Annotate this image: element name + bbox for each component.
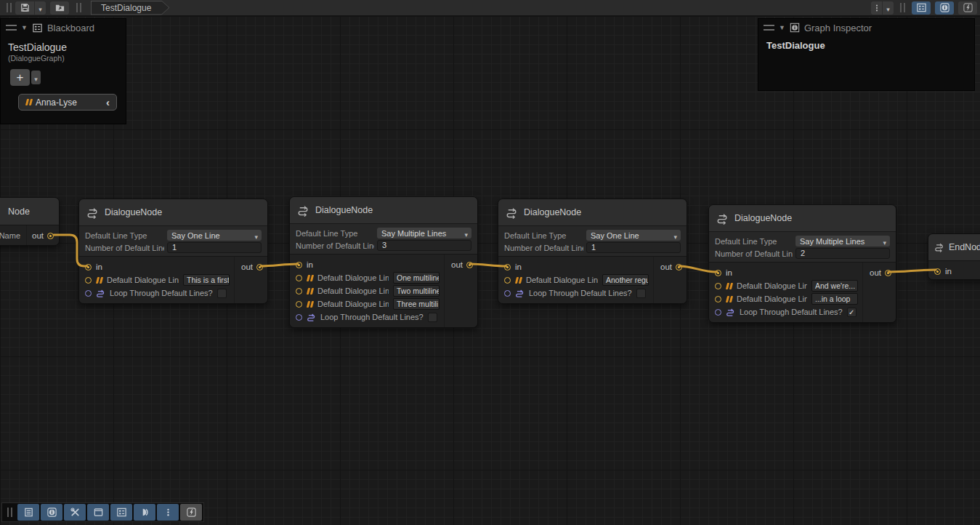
quote-icon <box>515 277 519 284</box>
more-options-button[interactable] <box>157 504 179 521</box>
graph-canvas[interactable]: ▼ Blackboard TestDialogue (DialogueGraph… <box>0 16 980 525</box>
quote-icon <box>25 99 29 105</box>
dialogue-line-field[interactable]: Another regu <box>602 274 649 286</box>
add-property-options-button[interactable] <box>31 71 41 84</box>
minimap-icon <box>139 507 150 518</box>
toolbar-grip-icon[interactable] <box>7 508 12 517</box>
drag-handle-icon[interactable] <box>764 25 774 31</box>
end-node[interactable]: EndNode in <box>928 233 980 280</box>
console-button[interactable] <box>17 504 39 521</box>
minimap-button[interactable] <box>134 504 155 521</box>
inspector-button[interactable] <box>41 504 62 521</box>
dialogue-line-port[interactable] <box>504 277 511 284</box>
property-collapse-chevron-icon[interactable]: ‹ <box>106 97 110 108</box>
dialogue-line-port[interactable] <box>85 277 92 284</box>
loop-icon <box>96 289 105 298</box>
line-type-dropdown[interactable]: Say Multiple Lines <box>795 236 890 247</box>
dialogue-line-port[interactable] <box>715 283 721 289</box>
open-asset-button[interactable] <box>50 1 69 15</box>
node-title-bar[interactable]: Node <box>0 198 59 225</box>
out-port[interactable] <box>256 264 263 270</box>
graph-inspector-panel[interactable]: ▼ Graph Inspector TestDialogue <box>758 18 975 91</box>
loop-port[interactable] <box>85 290 92 297</box>
dialogue-line-field[interactable]: One multiline <box>393 272 440 284</box>
quote-icon <box>307 275 310 281</box>
dialogue-line-field[interactable]: Three multili <box>393 298 440 310</box>
dialogue-node-1[interactable]: DialogueNode Default Line Type Say One L… <box>78 199 268 304</box>
preview-button[interactable] <box>180 504 202 521</box>
node-title: Node <box>8 207 30 217</box>
start-node[interactable]: Node kerName out <box>0 197 60 246</box>
in-port[interactable] <box>504 264 511 270</box>
collapse-triangle-icon[interactable]: ▼ <box>779 24 785 31</box>
dialogue-node-3[interactable]: DialogueNode Default Line Type Say One L… <box>498 199 687 304</box>
dropdown-caret-icon <box>34 71 38 84</box>
line-type-dropdown[interactable]: Say One Line <box>586 230 681 241</box>
save-button[interactable] <box>15 1 34 15</box>
num-lines-field[interactable]: 1 <box>586 242 681 253</box>
tools-button[interactable] <box>64 504 86 521</box>
node-title-bar[interactable]: DialogueNode <box>290 197 477 223</box>
options-menu-button[interactable] <box>871 1 882 15</box>
blackboard-panel[interactable]: ▼ Blackboard TestDialogue (DialogueGraph… <box>0 18 126 124</box>
toolbar-grip-icon[interactable] <box>76 3 81 12</box>
dialogue-line-port[interactable] <box>715 296 721 302</box>
num-lines-field[interactable]: 1 <box>167 242 262 253</box>
dialogue-line-port[interactable] <box>296 275 302 281</box>
quote-icon <box>726 296 729 302</box>
collapse-triangle-icon[interactable]: ▼ <box>21 24 28 31</box>
dialogue-line-field[interactable]: ...in a loop <box>811 293 858 305</box>
dialogue-node-2[interactable]: DialogueNode Default Line Type Say Multi… <box>289 196 478 328</box>
dialogue-line-field[interactable]: This is a first <box>183 274 230 286</box>
loop-checkbox[interactable] <box>428 313 437 322</box>
in-port[interactable] <box>934 268 941 275</box>
loop-port[interactable] <box>715 309 721 316</box>
blackboard-button[interactable] <box>110 504 132 521</box>
loop-checkbox[interactable]: ✓ <box>847 308 857 317</box>
blackboard-graph-name: TestDialogue <box>8 41 118 53</box>
loop-port[interactable] <box>296 314 302 321</box>
toolbar-grip-icon[interactable] <box>7 3 12 12</box>
blackboard-toggle-button[interactable] <box>912 1 931 15</box>
in-port[interactable] <box>715 270 721 276</box>
dialogue-line-port[interactable] <box>296 288 302 294</box>
graph-inspector-toggle-button[interactable] <box>935 1 954 15</box>
in-port[interactable] <box>85 264 92 270</box>
dropdown-caret-icon <box>883 235 886 248</box>
console-icon <box>23 507 34 518</box>
dialogue-line-field[interactable]: Two multiline <box>393 285 440 297</box>
node-title: DialogueNode <box>315 205 373 215</box>
blackboard-header[interactable]: ▼ Blackboard <box>1 19 126 36</box>
blackboard-property-anna-lyse[interactable]: Anna-Lyse ‹ <box>18 94 117 111</box>
loop-port[interactable] <box>504 290 511 297</box>
add-property-button[interactable]: + <box>10 69 30 86</box>
dialogue-line-field[interactable]: And we're... <box>811 280 858 292</box>
save-options-button[interactable] <box>35 1 46 15</box>
out-port[interactable] <box>676 264 682 270</box>
graph-inspector-header[interactable]: ▼ Graph Inspector <box>758 19 974 36</box>
toolbar-grip-icon[interactable] <box>900 3 905 12</box>
node-title-bar[interactable]: EndNode <box>928 234 980 260</box>
drag-handle-icon[interactable] <box>6 25 17 31</box>
graph-tab-label: TestDialogue <box>101 3 151 13</box>
dialogue-line-port[interactable] <box>296 301 302 308</box>
loop-checkbox[interactable] <box>636 289 646 298</box>
in-port[interactable] <box>296 262 302 268</box>
node-title-bar[interactable]: DialogueNode <box>498 199 687 225</box>
line-type-dropdown[interactable]: Say Multiple Lines <box>377 228 471 239</box>
out-port[interactable] <box>885 270 891 276</box>
preview-toggle-button[interactable] <box>958 1 977 15</box>
num-lines-field[interactable]: 2 <box>795 248 890 259</box>
out-port[interactable] <box>47 233 54 239</box>
num-lines-field[interactable]: 3 <box>377 240 471 251</box>
out-port[interactable] <box>466 262 473 268</box>
node-title-bar[interactable]: DialogueNode <box>709 205 896 231</box>
graph-tab[interactable]: TestDialogue <box>91 1 169 15</box>
line-type-dropdown[interactable]: Say One Line <box>167 230 262 241</box>
window-button[interactable] <box>87 504 109 521</box>
options-caret-button[interactable] <box>883 1 894 15</box>
dialogue-node-4[interactable]: DialogueNode Default Line Type Say Multi… <box>708 204 896 323</box>
loop-checkbox[interactable] <box>217 289 227 298</box>
node-title: EndNode <box>949 242 980 252</box>
node-title-bar[interactable]: DialogueNode <box>79 199 267 225</box>
